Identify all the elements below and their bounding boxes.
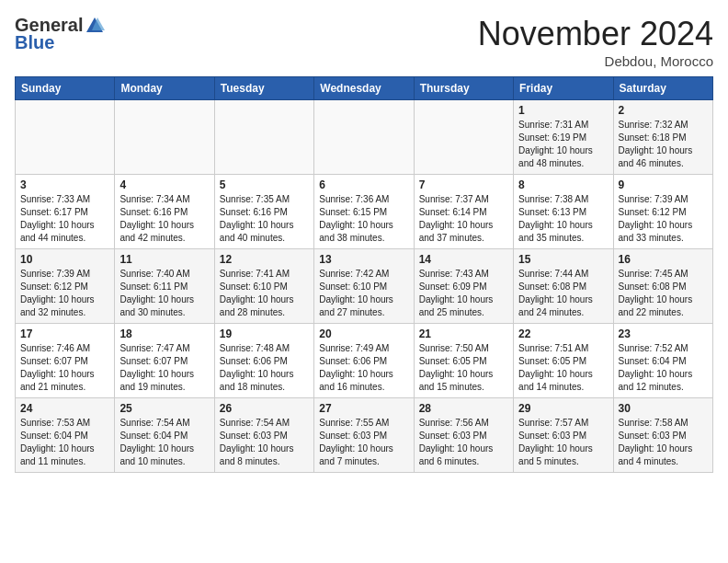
calendar-cell: 21Sunrise: 7:50 AM Sunset: 6:05 PM Dayli… xyxy=(414,324,513,398)
calendar-week-row: 24Sunrise: 7:53 AM Sunset: 6:04 PM Dayli… xyxy=(16,398,713,473)
calendar-cell: 4Sunrise: 7:34 AM Sunset: 6:16 PM Daylig… xyxy=(115,175,214,249)
day-info: Sunrise: 7:48 AM Sunset: 6:06 PM Dayligh… xyxy=(220,342,309,394)
calendar-cell: 5Sunrise: 7:35 AM Sunset: 6:16 PM Daylig… xyxy=(214,175,313,249)
day-number: 1 xyxy=(518,104,608,117)
weekday-header: Saturday xyxy=(613,77,712,100)
day-number: 7 xyxy=(419,178,508,191)
calendar-cell: 29Sunrise: 7:57 AM Sunset: 6:03 PM Dayli… xyxy=(514,398,613,473)
calendar-cell xyxy=(314,100,414,175)
day-info: Sunrise: 7:54 AM Sunset: 6:04 PM Dayligh… xyxy=(119,417,209,468)
calendar-cell: 17Sunrise: 7:46 AM Sunset: 6:07 PM Dayli… xyxy=(16,324,115,398)
day-info: Sunrise: 7:44 AM Sunset: 6:08 PM Dayligh… xyxy=(518,268,608,319)
calendar-cell xyxy=(414,100,513,175)
page-header: General Blue November 2024 Debdou, Moroc… xyxy=(15,15,713,69)
calendar-cell: 22Sunrise: 7:51 AM Sunset: 6:05 PM Dayli… xyxy=(514,324,613,398)
calendar-cell: 10Sunrise: 7:39 AM Sunset: 6:12 PM Dayli… xyxy=(16,249,115,324)
day-info: Sunrise: 7:39 AM Sunset: 6:12 PM Dayligh… xyxy=(20,268,109,319)
day-info: Sunrise: 7:53 AM Sunset: 6:04 PM Dayligh… xyxy=(20,417,109,468)
calendar-cell: 9Sunrise: 7:39 AM Sunset: 6:12 PM Daylig… xyxy=(613,175,712,249)
calendar-cell: 28Sunrise: 7:56 AM Sunset: 6:03 PM Dayli… xyxy=(414,398,513,473)
day-info: Sunrise: 7:33 AM Sunset: 6:17 PM Dayligh… xyxy=(20,193,109,245)
day-number: 4 xyxy=(119,178,209,191)
day-info: Sunrise: 7:50 AM Sunset: 6:05 PM Dayligh… xyxy=(419,342,508,394)
day-number: 25 xyxy=(119,402,209,415)
calendar-cell: 20Sunrise: 7:49 AM Sunset: 6:06 PM Dayli… xyxy=(314,324,414,398)
logo-icon xyxy=(85,16,105,36)
day-number: 18 xyxy=(119,327,209,340)
day-number: 27 xyxy=(319,402,408,415)
day-info: Sunrise: 7:46 AM Sunset: 6:07 PM Dayligh… xyxy=(20,342,109,394)
location: Debdou, Morocco xyxy=(478,53,713,69)
day-info: Sunrise: 7:58 AM Sunset: 6:03 PM Dayligh… xyxy=(619,417,708,468)
day-info: Sunrise: 7:31 AM Sunset: 6:19 PM Dayligh… xyxy=(518,119,608,170)
day-number: 2 xyxy=(619,104,708,117)
weekday-header: Sunday xyxy=(16,77,115,100)
day-number: 30 xyxy=(619,402,708,415)
calendar-cell xyxy=(115,100,214,175)
day-number: 24 xyxy=(20,402,109,415)
calendar-cell: 24Sunrise: 7:53 AM Sunset: 6:04 PM Dayli… xyxy=(16,398,115,473)
calendar-cell: 8Sunrise: 7:38 AM Sunset: 6:13 PM Daylig… xyxy=(514,175,613,249)
day-info: Sunrise: 7:51 AM Sunset: 6:05 PM Dayligh… xyxy=(518,342,608,394)
calendar-cell: 7Sunrise: 7:37 AM Sunset: 6:14 PM Daylig… xyxy=(414,175,513,249)
day-number: 5 xyxy=(220,178,309,191)
day-number: 16 xyxy=(619,253,708,266)
day-number: 6 xyxy=(319,178,408,191)
day-number: 19 xyxy=(220,327,309,340)
weekday-header: Friday xyxy=(514,77,613,100)
weekday-header: Tuesday xyxy=(214,77,313,100)
day-number: 11 xyxy=(119,253,209,266)
day-info: Sunrise: 7:57 AM Sunset: 6:03 PM Dayligh… xyxy=(518,417,608,468)
calendar-cell: 25Sunrise: 7:54 AM Sunset: 6:04 PM Dayli… xyxy=(115,398,214,473)
calendar-cell: 13Sunrise: 7:42 AM Sunset: 6:10 PM Dayli… xyxy=(314,249,414,324)
day-number: 8 xyxy=(518,178,608,191)
day-number: 10 xyxy=(20,253,109,266)
day-number: 29 xyxy=(518,402,608,415)
title-block: November 2024 Debdou, Morocco xyxy=(478,15,713,69)
day-info: Sunrise: 7:47 AM Sunset: 6:07 PM Dayligh… xyxy=(119,342,209,394)
day-info: Sunrise: 7:40 AM Sunset: 6:11 PM Dayligh… xyxy=(119,268,209,319)
day-info: Sunrise: 7:54 AM Sunset: 6:03 PM Dayligh… xyxy=(220,417,309,468)
day-number: 3 xyxy=(20,178,109,191)
calendar-cell: 27Sunrise: 7:55 AM Sunset: 6:03 PM Dayli… xyxy=(314,398,414,473)
day-number: 20 xyxy=(319,327,408,340)
day-info: Sunrise: 7:43 AM Sunset: 6:09 PM Dayligh… xyxy=(419,268,508,319)
calendar-cell: 30Sunrise: 7:58 AM Sunset: 6:03 PM Dayli… xyxy=(613,398,712,473)
day-info: Sunrise: 7:32 AM Sunset: 6:18 PM Dayligh… xyxy=(619,119,708,170)
calendar-week-row: 3Sunrise: 7:33 AM Sunset: 6:17 PM Daylig… xyxy=(16,175,713,249)
day-number: 26 xyxy=(220,402,309,415)
day-info: Sunrise: 7:52 AM Sunset: 6:04 PM Dayligh… xyxy=(619,342,708,394)
day-info: Sunrise: 7:37 AM Sunset: 6:14 PM Dayligh… xyxy=(419,193,508,245)
day-number: 13 xyxy=(319,253,408,266)
day-info: Sunrise: 7:35 AM Sunset: 6:16 PM Dayligh… xyxy=(220,193,309,245)
day-info: Sunrise: 7:56 AM Sunset: 6:03 PM Dayligh… xyxy=(419,417,508,468)
day-number: 23 xyxy=(619,327,708,340)
logo-blue-text: Blue xyxy=(15,32,54,53)
calendar-header-row: SundayMondayTuesdayWednesdayThursdayFrid… xyxy=(16,77,713,100)
weekday-header: Monday xyxy=(115,77,214,100)
day-info: Sunrise: 7:36 AM Sunset: 6:15 PM Dayligh… xyxy=(319,193,408,245)
day-number: 21 xyxy=(419,327,508,340)
day-number: 14 xyxy=(419,253,508,266)
day-info: Sunrise: 7:45 AM Sunset: 6:08 PM Dayligh… xyxy=(619,268,708,319)
day-info: Sunrise: 7:39 AM Sunset: 6:12 PM Dayligh… xyxy=(619,193,708,245)
calendar-cell: 18Sunrise: 7:47 AM Sunset: 6:07 PM Dayli… xyxy=(115,324,214,398)
calendar-cell: 2Sunrise: 7:32 AM Sunset: 6:18 PM Daylig… xyxy=(613,100,712,175)
month-title: November 2024 xyxy=(478,15,713,53)
calendar-cell: 26Sunrise: 7:54 AM Sunset: 6:03 PM Dayli… xyxy=(214,398,313,473)
calendar-cell xyxy=(16,100,115,175)
calendar-cell: 12Sunrise: 7:41 AM Sunset: 6:10 PM Dayli… xyxy=(214,249,313,324)
calendar-week-row: 1Sunrise: 7:31 AM Sunset: 6:19 PM Daylig… xyxy=(16,100,713,175)
weekday-header: Wednesday xyxy=(314,77,414,100)
calendar-table: SundayMondayTuesdayWednesdayThursdayFrid… xyxy=(15,76,713,473)
calendar-cell: 19Sunrise: 7:48 AM Sunset: 6:06 PM Dayli… xyxy=(214,324,313,398)
day-info: Sunrise: 7:42 AM Sunset: 6:10 PM Dayligh… xyxy=(319,268,408,319)
calendar-cell: 11Sunrise: 7:40 AM Sunset: 6:11 PM Dayli… xyxy=(115,249,214,324)
day-info: Sunrise: 7:38 AM Sunset: 6:13 PM Dayligh… xyxy=(518,193,608,245)
calendar-cell: 23Sunrise: 7:52 AM Sunset: 6:04 PM Dayli… xyxy=(613,324,712,398)
day-number: 9 xyxy=(619,178,708,191)
day-number: 28 xyxy=(419,402,508,415)
weekday-header: Thursday xyxy=(414,77,513,100)
day-number: 17 xyxy=(20,327,109,340)
calendar-cell xyxy=(214,100,313,175)
